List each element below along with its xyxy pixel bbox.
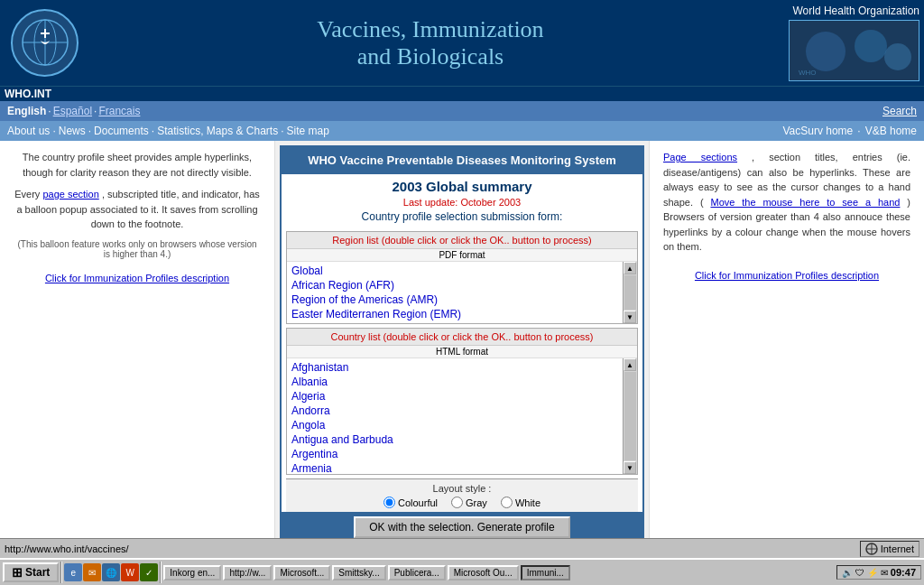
site-title: Vaccines, Immunization and Biologicals bbox=[317, 16, 543, 70]
region-list-container: Global African Region (AFR) Region of th… bbox=[287, 262, 637, 323]
site-title-area: Vaccines, Immunization and Biologicals bbox=[90, 0, 771, 86]
center-panel: WHO Vaccine Preventable Diseases Monitor… bbox=[275, 141, 649, 538]
list-item[interactable]: Easter Mediterranen Region (EMR) bbox=[289, 307, 621, 321]
svg-point-8 bbox=[855, 30, 887, 62]
scroll-up-arrow[interactable]: ▲ bbox=[624, 262, 636, 274]
who-logo bbox=[11, 9, 79, 77]
status-url: http://www.who.int/vaccines/ bbox=[5, 543, 129, 554]
radio-gray-input[interactable] bbox=[451, 497, 463, 508]
country-list-content: Afghanistan Albania Algeria Andorra Ango… bbox=[287, 358, 623, 474]
list-item[interactable]: Armenia bbox=[289, 461, 621, 474]
header-decorative-icon: WHO bbox=[790, 21, 919, 81]
radio-colourful[interactable]: Colourful bbox=[383, 497, 438, 508]
main-content: The country profile sheet provides ample… bbox=[0, 141, 924, 538]
svg-point-9 bbox=[884, 43, 911, 70]
page-sections-link[interactable]: Page sections bbox=[663, 152, 737, 162]
form-box: WHO Vaccine Preventable Diseases Monitor… bbox=[280, 145, 644, 538]
main-nav-links: About us · News · Documents · Statistics… bbox=[7, 125, 329, 137]
list-item[interactable]: Argentina bbox=[289, 447, 621, 461]
list-item[interactable]: Region of the Americas (AMR) bbox=[289, 292, 621, 307]
clock: 09:47 bbox=[891, 567, 916, 578]
left-desc2: Every page section , subscripted title, … bbox=[14, 187, 261, 232]
list-item[interactable]: Afghanistan bbox=[289, 360, 621, 375]
taskbar-icon-4[interactable]: W bbox=[121, 563, 139, 581]
page-section-link[interactable]: page section bbox=[42, 189, 98, 200]
list-item[interactable]: Andorra bbox=[289, 404, 621, 418]
taskbar-items: Inkorg en... http://w... Microsoft... Sm… bbox=[163, 565, 835, 580]
nav-statistics[interactable]: Statistics, Maps & Charts bbox=[157, 125, 278, 137]
list-item[interactable]: Algeria bbox=[289, 389, 621, 404]
main-nav: About us · News · Documents · Statistics… bbox=[0, 121, 924, 141]
tray-icon-1: 🔊 bbox=[842, 568, 853, 578]
who-emblem-icon bbox=[18, 15, 72, 70]
taskbar-item-3[interactable]: Smittsky... bbox=[332, 565, 385, 580]
language-links: English · Español · Francais bbox=[7, 105, 140, 117]
lang-espanol[interactable]: Español bbox=[53, 105, 92, 117]
radio-white[interactable]: White bbox=[501, 497, 541, 508]
left-desc1: The country profile sheet provides ample… bbox=[14, 150, 261, 180]
system-tray: 🔊 🛡 ⚡ ✉ 09:47 bbox=[836, 565, 921, 580]
region-header: Region list (double click or click the O… bbox=[287, 232, 637, 249]
radio-gray[interactable]: Gray bbox=[451, 497, 487, 508]
list-item[interactable]: Albania bbox=[289, 375, 621, 389]
taskbar-item-2[interactable]: Microsoft... bbox=[273, 565, 330, 580]
left-panel: The country profile sheet provides ample… bbox=[0, 141, 275, 538]
country-scroll-down[interactable]: ▼ bbox=[624, 461, 636, 474]
list-item[interactable]: Angola bbox=[289, 418, 621, 432]
region-scrollbar: ▲ ▼ bbox=[623, 262, 637, 323]
taskbar-item-0[interactable]: Inkorg en... bbox=[163, 565, 221, 580]
taskbar-quick-launch: e ✉ 🌐 W ✓ bbox=[64, 563, 158, 581]
left-immunization-link[interactable]: Click for Immunization Profiles descript… bbox=[14, 273, 261, 283]
form-title: WHO Vaccine Preventable Diseases Monitor… bbox=[282, 147, 642, 174]
radio-white-input[interactable] bbox=[501, 497, 513, 508]
region-section: Region list (double click or click the O… bbox=[286, 231, 638, 324]
status-bar: http://www.who.int/vaccines/ Internet bbox=[0, 538, 924, 558]
country-format-label: HTML format bbox=[287, 346, 637, 358]
taskbar-item-4[interactable]: Publicera... bbox=[388, 565, 446, 580]
taskbar-item-1[interactable]: http://w... bbox=[223, 565, 272, 580]
nav-vb-home[interactable]: V&B home bbox=[865, 125, 917, 137]
layout-style-label: Layout style : bbox=[433, 483, 492, 494]
right-immunization-link[interactable]: Click for Immunization Profiles descript… bbox=[663, 268, 910, 283]
taskbar-item-6[interactable]: Immuni... bbox=[521, 565, 570, 580]
form-subtitle: 2003 Global summary bbox=[282, 174, 642, 196]
country-scroll-thumb bbox=[624, 372, 636, 460]
list-item[interactable]: Global bbox=[289, 264, 621, 278]
nav-about-us[interactable]: About us bbox=[7, 125, 50, 137]
taskbar: ⊞ Start e ✉ 🌐 W ✓ Inkorg en... http://w.… bbox=[0, 558, 924, 585]
ok-button-area: OK with the selection. Generate profile bbox=[282, 512, 642, 538]
nav-vacsurv[interactable]: VacSurv home bbox=[782, 125, 853, 137]
region-format-label: PDF format bbox=[287, 249, 637, 262]
region-header-label: Region list (double click or click the O… bbox=[332, 235, 591, 246]
form-instruction: Country profile selection submission for… bbox=[282, 209, 642, 228]
ok-button[interactable]: OK with the selection. Generate profile bbox=[354, 516, 569, 538]
taskbar-icon-1[interactable]: e bbox=[64, 563, 82, 581]
form-update: Last update: October 2003 bbox=[282, 196, 642, 209]
nav-sitemap[interactable]: Site map bbox=[287, 125, 329, 137]
svg-text:WHO: WHO bbox=[799, 69, 817, 77]
country-scroll-up[interactable]: ▲ bbox=[624, 358, 636, 371]
radio-colourful-input[interactable] bbox=[383, 497, 395, 508]
nav-documents[interactable]: Documents bbox=[94, 125, 149, 137]
list-item[interactable]: African Region (AFR) bbox=[289, 278, 621, 292]
lang-english[interactable]: English bbox=[7, 105, 46, 117]
taskbar-item-5[interactable]: Microsoft Ou... bbox=[448, 565, 519, 580]
list-item[interactable]: Antigua and Barbuda bbox=[289, 432, 621, 447]
start-button[interactable]: ⊞ Start bbox=[3, 562, 59, 582]
country-scrollbar: ▲ ▼ bbox=[623, 358, 637, 474]
scroll-down-arrow[interactable]: ▼ bbox=[624, 311, 636, 323]
svg-point-7 bbox=[806, 32, 845, 71]
language-nav: English · Español · Francais Search bbox=[0, 101, 924, 121]
lang-francais[interactable]: Francais bbox=[98, 105, 140, 117]
who-right-area: World Health Organization WHO bbox=[771, 0, 924, 86]
taskbar-icon-2[interactable]: ✉ bbox=[83, 563, 101, 581]
header-image: WHO bbox=[789, 20, 919, 81]
nav-news[interactable]: News bbox=[59, 125, 86, 137]
country-header: Country list (double click or click the … bbox=[287, 329, 637, 346]
taskbar-icon-3[interactable]: 🌐 bbox=[102, 563, 120, 581]
move-mouse-link[interactable]: Move the mouse here to see a hand bbox=[710, 197, 900, 208]
search-link[interactable]: Search bbox=[882, 105, 917, 117]
country-list-container: Afghanistan Albania Algeria Andorra Ango… bbox=[287, 358, 637, 474]
taskbar-icon-5[interactable]: ✓ bbox=[140, 563, 158, 581]
browser-frame: Vaccines, Immunization and Biologicals W… bbox=[0, 0, 924, 585]
